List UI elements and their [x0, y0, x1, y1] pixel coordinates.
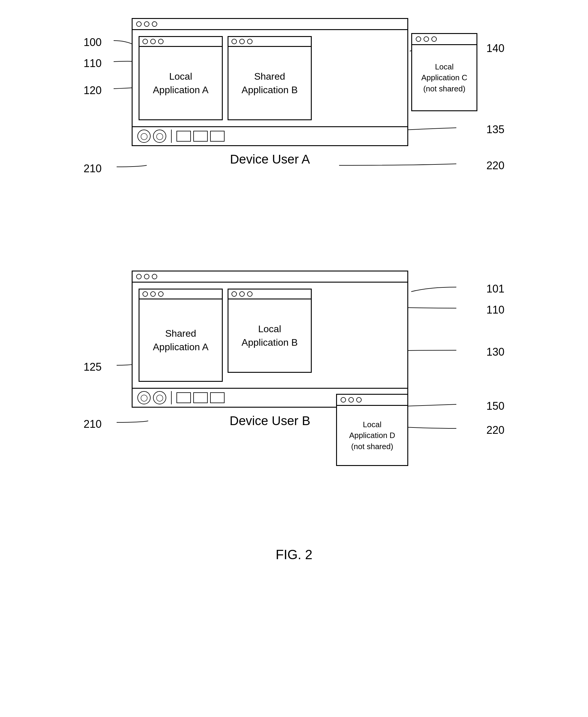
dot2 — [144, 21, 149, 27]
local-app-c: Local Application C (not shared) — [411, 33, 477, 111]
mini-win-1 — [176, 131, 191, 142]
dot — [150, 39, 156, 44]
label-220-1: 220 — [486, 159, 504, 172]
dot1 — [136, 21, 142, 27]
content-area-b: Shared Application A Local Application B — [132, 282, 407, 388]
dot — [416, 36, 421, 42]
device-title-a: Device User A — [132, 152, 408, 167]
label-150: 150 — [486, 400, 504, 413]
device-frame-a: Local Application A Shared Application B… — [132, 18, 408, 146]
mini-win-6 — [210, 392, 225, 403]
shared-app-b-body: Shared Application B — [229, 47, 311, 119]
label-210-1: 210 — [84, 162, 102, 175]
dot — [152, 274, 157, 279]
dot — [247, 291, 253, 297]
mini-win-5 — [193, 392, 208, 403]
device-frame-b: Shared Application A Local Application B… — [132, 271, 408, 408]
diagram1: 100 110 120 210 140 135 220 — [84, 18, 504, 234]
local-app-b-body: Local Application B — [229, 299, 311, 372]
dot — [143, 39, 148, 44]
mini-win-2 — [193, 131, 208, 142]
label-100: 100 — [84, 36, 102, 49]
taskbar-a: ◯ ◯ — [132, 126, 407, 145]
local-app-d-body: Local Application D (not shared) — [337, 406, 407, 465]
dot — [143, 291, 148, 297]
dot — [158, 291, 164, 297]
dot — [239, 39, 245, 44]
dot — [158, 39, 164, 44]
content-area-a: Local Application A Shared Application B — [132, 30, 407, 126]
fig-label: FIG. 2 — [276, 547, 312, 562]
local-app-d: Local Application D (not shared) — [336, 394, 408, 466]
title-bar-b — [132, 272, 407, 282]
label-110: 110 — [84, 57, 102, 70]
dot — [150, 291, 156, 297]
shared-app-a: Shared Application A — [139, 289, 223, 382]
dot — [144, 274, 149, 279]
label-125: 125 — [84, 361, 102, 373]
local-app-b: Local Application B — [228, 289, 312, 373]
dot — [341, 397, 346, 403]
local-app-a: Local Application A — [139, 36, 223, 120]
label-101: 101 — [486, 282, 504, 295]
local-app-c-body: Local Application C (not shared) — [412, 45, 477, 110]
mini-win-4 — [176, 392, 191, 403]
user-icon-3: ◯ — [138, 391, 151, 404]
taskbar-apps-a — [176, 131, 225, 142]
dot — [424, 36, 429, 42]
local-app-b-titlebar — [229, 290, 311, 299]
shared-app-b-titlebar — [229, 37, 311, 47]
label-140: 140 — [486, 42, 504, 55]
dot — [247, 39, 253, 44]
mini-win-3 — [210, 131, 225, 142]
taskbar-users-b: ◯ ◯ — [138, 391, 172, 404]
user-icon-2: ◯ — [153, 130, 166, 143]
local-app-a-titlebar — [140, 37, 222, 47]
dot — [231, 39, 237, 44]
taskbar-apps-b — [176, 392, 225, 403]
label-135: 135 — [486, 123, 504, 136]
taskbar-users-a: ◯ ◯ — [138, 130, 172, 143]
label-210-2: 210 — [84, 418, 102, 430]
dot — [239, 291, 245, 297]
label-120: 120 — [84, 84, 102, 97]
shared-app-a-titlebar — [140, 290, 222, 299]
dot — [231, 291, 237, 297]
shared-app-a-body: Shared Application A — [140, 299, 222, 381]
label-130: 130 — [486, 346, 504, 358]
dot3 — [152, 21, 157, 27]
dot — [136, 274, 142, 279]
user-icon-4: ◯ — [153, 391, 166, 404]
label-110-2: 110 — [486, 304, 504, 316]
local-app-c-titlebar — [412, 34, 477, 45]
user-icon-1: ◯ — [138, 130, 151, 143]
dot — [356, 397, 362, 403]
title-bar-a — [132, 19, 407, 30]
local-app-d-titlebar — [337, 395, 407, 406]
local-app-a-body: Local Application A — [140, 47, 222, 119]
dot — [349, 397, 354, 403]
diagram2: 125 210 101 110 130 150 220 — [84, 271, 504, 505]
dot — [432, 36, 437, 42]
label-220-2: 220 — [486, 424, 504, 437]
shared-app-b: Shared Application B — [228, 36, 312, 120]
